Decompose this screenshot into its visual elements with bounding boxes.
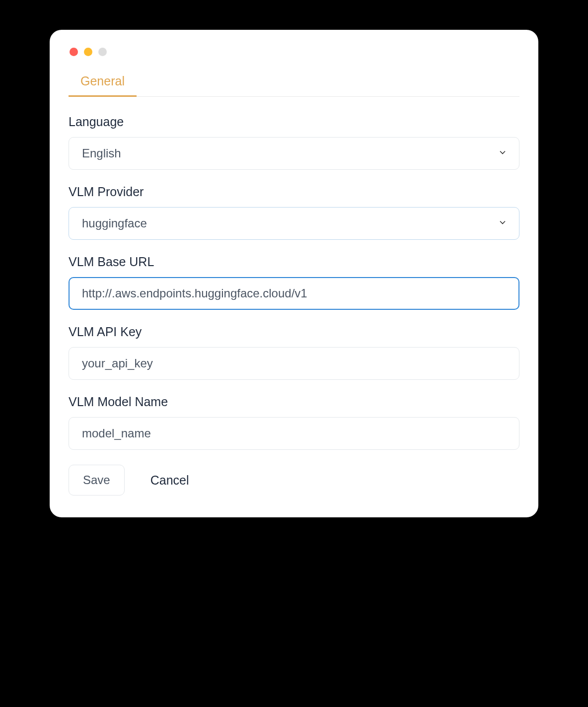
window-controls [69,48,519,56]
maximize-window-icon[interactable] [98,48,107,56]
language-select[interactable]: English [69,137,519,170]
field-vlm-provider: VLM Provider huggingface [69,185,519,240]
vlm-provider-label: VLM Provider [69,185,519,199]
close-window-icon[interactable] [70,48,78,56]
vlm-base-url-label: VLM Base URL [69,255,519,269]
vlm-api-key-input[interactable] [69,347,519,380]
field-language: Language English [69,115,519,170]
tab-bar: General [69,69,519,97]
language-label: Language [69,115,519,129]
vlm-api-key-label: VLM API Key [69,325,519,339]
vlm-model-name-label: VLM Model Name [69,395,519,409]
vlm-provider-select[interactable]: huggingface [69,207,519,240]
vlm-model-name-input[interactable] [69,417,519,450]
minimize-window-icon[interactable] [84,48,92,56]
vlm-provider-select-wrap: huggingface [69,207,519,240]
vlm-base-url-input[interactable] [69,277,519,310]
settings-window: General Language English VLM Provider hu… [50,30,538,517]
cancel-button[interactable]: Cancel [150,473,189,488]
field-vlm-api-key: VLM API Key [69,325,519,380]
field-vlm-model-name: VLM Model Name [69,395,519,450]
save-button[interactable]: Save [69,465,125,495]
action-row: Save Cancel [69,465,519,495]
tab-general[interactable]: General [69,69,137,97]
language-select-wrap: English [69,137,519,170]
field-vlm-base-url: VLM Base URL [69,255,519,310]
